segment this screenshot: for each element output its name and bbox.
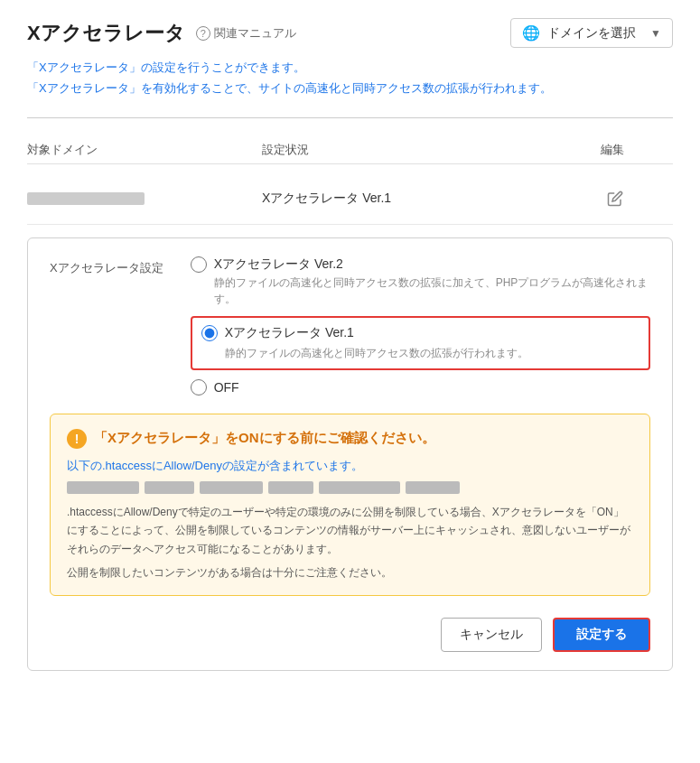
- radio-ver2[interactable]: [191, 256, 207, 273]
- warning-subtitle: 以下の.htaccessにAllow/Denyの設定が含まれています。: [67, 458, 633, 474]
- warning-footer: 公開を制限したいコンテンツがある場合は十分にご注意ください。: [67, 565, 633, 581]
- option-ver2-label[interactable]: Xアクセラレータ Ver.2: [191, 256, 650, 273]
- option-ver2: Xアクセラレータ Ver.2 静的ファイルの高速化と同時アクセス数の拡張に加えて…: [191, 256, 650, 307]
- col-status: 設定状況: [262, 142, 601, 158]
- manual-link-text: 関連マニュアル: [214, 25, 296, 42]
- blurred-5: [319, 481, 400, 494]
- question-icon: ?: [196, 26, 210, 41]
- description-line-1: 「Xアクセラレータ」の設定を行うことができます。: [27, 60, 305, 74]
- option-off-label[interactable]: OFF: [191, 379, 650, 395]
- chevron-down-icon: ▼: [650, 27, 661, 40]
- warning-title: 「Xアクセラレータ」をONにする前にご確認ください。: [94, 430, 435, 447]
- option-ver1-label[interactable]: Xアクセラレータ Ver.1: [201, 325, 639, 341]
- warning-title-row: ! 「Xアクセラレータ」をONにする前にご確認ください。: [67, 429, 633, 449]
- domain-name-blurred: [27, 192, 145, 205]
- page-header: Xアクセラレータ ? 関連マニュアル 🌐 ドメインを選択 ▼: [27, 18, 673, 48]
- warning-body: .htaccessにAllow/Denyで特定のユーザーや特定の環境のみに公開を…: [67, 503, 633, 558]
- description-link-1[interactable]: 「Xアクセラレータ」の設定を行うことができます。: [27, 60, 305, 74]
- settings-label: Xアクセラレータ設定: [50, 256, 163, 395]
- option-off: OFF: [191, 379, 650, 395]
- domain-row: Xアクセラレータ Ver.1: [27, 173, 673, 225]
- domain-select[interactable]: 🌐 ドメインを選択 ▼: [510, 18, 673, 48]
- description-link-2[interactable]: 「Xアクセラレータ」を有効化することで、サイトの高速化と同時アクセス数の拡張が行…: [27, 81, 552, 95]
- option-ver1: Xアクセラレータ Ver.1 静的ファイルの高速化と同時アクセス数の拡張が行われ…: [201, 325, 639, 361]
- action-buttons: キャンセル 設定する: [50, 618, 650, 652]
- blurred-2: [145, 481, 194, 494]
- warning-blurred-row: [67, 481, 633, 494]
- description-line-2: 「Xアクセラレータ」を有効化することで、サイトの高速化と同時アクセス数の拡張が行…: [27, 81, 552, 95]
- globe-icon: 🌐: [522, 24, 540, 42]
- warning-icon: !: [67, 429, 87, 449]
- domain-status: Xアクセラレータ Ver.1: [262, 191, 601, 207]
- blurred-1: [67, 481, 139, 494]
- blurred-4: [268, 481, 313, 494]
- settings-card: Xアクセラレータ設定 Xアクセラレータ Ver.2 静的ファイルの高速化と同時ア…: [27, 237, 673, 671]
- option-ver2-desc: 静的ファイルの高速化と同時アクセス数の拡張に加えて、PHPプログラムが高速化され…: [214, 274, 650, 307]
- divider: [27, 117, 673, 118]
- radio-off[interactable]: [191, 379, 207, 395]
- domain-select-text: ドメインを選択: [547, 25, 643, 42]
- table-header: 対象ドメイン 設定状況 編集: [27, 136, 673, 164]
- option-ver1-highlighted: Xアクセラレータ Ver.1 静的ファイルの高速化と同時アクセス数の拡張が行われ…: [191, 316, 650, 370]
- radio-ver1[interactable]: [201, 325, 218, 341]
- page-title: Xアクセラレータ: [27, 20, 185, 47]
- settings-section: Xアクセラレータ設定 Xアクセラレータ Ver.2 静的ファイルの高速化と同時ア…: [50, 256, 650, 395]
- option-ver2-text: Xアクセラレータ Ver.2: [214, 256, 343, 273]
- col-domain: 対象ドメイン: [27, 142, 262, 158]
- edit-button[interactable]: [601, 184, 630, 213]
- option-off-text: OFF: [214, 380, 239, 395]
- page-description: 「Xアクセラレータ」の設定を行うことができます。 「Xアクセラレータ」を有効化す…: [27, 57, 673, 99]
- option-ver1-text: Xアクセラレータ Ver.1: [225, 325, 354, 341]
- settings-options: Xアクセラレータ Ver.2 静的ファイルの高速化と同時アクセス数の拡張に加えて…: [191, 256, 650, 395]
- option-ver1-desc: 静的ファイルの高速化と同時アクセス数の拡張が行われます。: [225, 345, 639, 361]
- domain-name: [27, 192, 262, 205]
- cancel-button[interactable]: キャンセル: [441, 618, 542, 652]
- blurred-6: [406, 481, 460, 494]
- blurred-3: [200, 481, 263, 494]
- manual-link[interactable]: ? 関連マニュアル: [196, 25, 296, 42]
- header-left: Xアクセラレータ ? 関連マニュアル: [27, 20, 296, 47]
- submit-button[interactable]: 設定する: [553, 618, 650, 652]
- col-edit: 編集: [601, 142, 673, 158]
- warning-box: ! 「Xアクセラレータ」をONにする前にご確認ください。 以下の.htacces…: [50, 414, 650, 596]
